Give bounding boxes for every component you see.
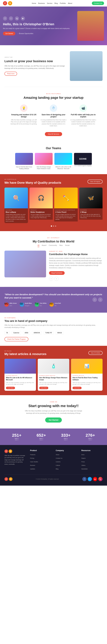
hero-icon-tw[interactable]: t — [9, 16, 13, 20]
footer-link-docs[interactable]: Docs — [82, 454, 84, 456]
team-card-1[interactable]: How to Find the Best Forex Trading Softw… — [15, 153, 33, 170]
blog-header-left: MY BLOG My latest articles & resources — [4, 350, 46, 356]
tab-new[interactable]: New — [59, 244, 62, 247]
hero-image — [77, 11, 104, 41]
team-card-2[interactable]: Here We Brings Orange Flavor Moisture Cr… — [35, 153, 52, 170]
features-cta-button[interactable]: View All Services — [45, 132, 62, 136]
blog-card-1[interactable]: SCIENCE ARTICLE What It's Like to Be An … — [4, 359, 36, 391]
footer-col-about: C B Offer the help of portfolio coverage… — [4, 450, 26, 471]
nav-link-home[interactable]: Home — [32, 2, 36, 4]
hero-icon-fb[interactable]: f — [3, 16, 7, 20]
blog-view-all-button[interactable]: View All Articles — [88, 351, 102, 355]
footer-link-careers[interactable]: Careers — [56, 461, 60, 462]
portfolio-card-3[interactable]: ✏️ BUSINESS DESIGN PORTFOLIO 2 Color Pen… — [54, 188, 78, 223]
hero-social-icons: f t ig ▶ — [3, 16, 74, 20]
portfolio-dot-3[interactable] — [55, 226, 56, 227]
testimonial-avatar-1: MG — [4, 302, 8, 307]
cta-button[interactable]: Get Started — [45, 418, 62, 422]
footer-link-blog[interactable]: Blog — [56, 468, 58, 470]
testimonial-prev-button[interactable]: ‹ — [92, 298, 97, 302]
tab-all[interactable]: All — [38, 244, 40, 247]
footer-link-updates[interactable]: Updates — [30, 468, 35, 470]
testimonial-next-button[interactable]: › — [98, 298, 102, 302]
footer-link-about[interactable]: About — [56, 454, 59, 456]
blog-badge-1: SCIENCE ARTICLE — [6, 375, 34, 376]
portfolio-cta-button[interactable]: Clear All Projects — [88, 180, 102, 184]
footer-link-pricing[interactable]: Pricing — [30, 458, 34, 459]
footer-copyright: © 2019 Christopher. All rights reserved. — [36, 478, 59, 480]
footer-link-contact[interactable]: Contact Us — [56, 458, 62, 459]
nav-link-business[interactable]: Business — [38, 2, 45, 4]
hero-icon-ig[interactable]: ig — [15, 16, 19, 20]
portfolio-image-3: ✏️ — [54, 188, 78, 208]
hero-heading: Hello, this is Christopher O'Brien — [3, 22, 74, 26]
footer-link-features[interactable]: Features — [30, 454, 36, 456]
feature-icon-2: ⏱ — [50, 104, 57, 112]
hero-subtitle: Are you ready for a great career? Choose… — [3, 27, 74, 30]
tab-social[interactable]: Social — [65, 244, 70, 247]
testimonial-avatar-3: TW — [35, 302, 39, 307]
portfolio-card-1[interactable]: 🍭 BUSINESS Blue Lollipop Clearly define … — [4, 188, 28, 223]
partners-label: MY PARTNERS — [4, 317, 102, 318]
nav-link-service[interactable]: Service — [47, 2, 52, 4]
nav-link-about[interactable]: About — [68, 2, 72, 4]
contribution-prev-button[interactable]: ‹ — [49, 277, 53, 281]
nav-link-portfolio[interactable]: Portfolio — [60, 2, 66, 4]
logo-circle-primary: C — [3, 1, 7, 5]
portfolio-title-2: Better Headphone — [30, 211, 52, 213]
portfolio-badge-3: BUSINESS DESIGN PORTFOLIO — [56, 210, 76, 210]
footer-link-papers[interactable]: Papers — [82, 458, 86, 459]
tab-community[interactable]: Community — [49, 244, 57, 247]
team-card-3[interactable]: What It's Like to Be An HR Influencer- M… — [54, 153, 72, 170]
portfolio-title-3: 2 Color Pencil — [56, 211, 76, 213]
stat-label-2: label 1 — [36, 438, 46, 439]
hero-cta-button[interactable]: Get Started — [3, 32, 15, 36]
footer-link-reviews[interactable]: Reviews — [30, 465, 35, 466]
logo-circle-secondary: B — [8, 1, 12, 5]
team-card-4[interactable]: DZONE I'm in hand of good company — [74, 153, 92, 170]
blog-learn-more-1[interactable]: Learn More — [6, 387, 15, 389]
footer-col-company: Company About Contact Us Careers Culture… — [56, 450, 77, 471]
portfolio-dot-2[interactable] — [53, 226, 54, 227]
footer-logo-circle-1: C — [4, 450, 8, 453]
stat-sub-2: label 2 — [36, 439, 46, 440]
hero-icon-yt[interactable]: ▶ — [21, 16, 25, 20]
footer-link-newsletter[interactable]: Newsletter — [82, 468, 88, 470]
nav-logo-group: C B — [3, 1, 12, 5]
blog-heading: My latest articles & resources — [4, 352, 46, 356]
footer-link-press[interactable]: Press — [82, 461, 85, 462]
footer-link-case-studies[interactable]: Case Studies — [30, 461, 38, 462]
hero-secondary-link[interactable]: → Browse Opportunities — [17, 33, 33, 34]
nav-cta-button[interactable]: Contact Us — [92, 2, 104, 5]
tab-award[interactable]: Award — [42, 244, 46, 247]
portfolio-dot-1[interactable] — [51, 226, 52, 227]
portfolio-card-4[interactable]: 🦋 BUSINESS 2 Wings Those who take an eas… — [79, 188, 103, 223]
contribution-read-button[interactable]: Read Full Article — [49, 271, 65, 275]
footer-bottom-circle-2: B — [9, 477, 12, 481]
about-read-more-button[interactable]: Read more — [4, 72, 17, 76]
blog-title-3: How to Find the Best Forex Trading Softw… — [72, 377, 101, 381]
contribution-next-button[interactable]: › — [54, 277, 58, 281]
portfolio-badge-2: PRODUCT — [30, 210, 52, 210]
blog-card-3[interactable]: 📊 SCIENCE ARTICLE How to Find the Best F… — [71, 359, 102, 391]
footer-link-culture[interactable]: Culture — [56, 465, 60, 466]
portfolio-card-2[interactable]: 🎧 PRODUCT Better Headphone Can you imagi… — [30, 188, 53, 223]
footer-social-youtube[interactable]: ▶ — [93, 477, 97, 481]
about-image — [70, 51, 102, 81]
footer-social-facebook[interactable]: f — [82, 477, 86, 481]
portfolio-grid: 🍭 BUSINESS Blue Lollipop Clearly define … — [4, 188, 102, 223]
blog-learn-more-2[interactable]: Learn More — [39, 387, 48, 389]
blog-card-2[interactable]: 🧴 SCIENCE SPACE ARTICLE Here We Brings O… — [38, 359, 69, 391]
stat-item-3: 333+ label 1 label 2 — [61, 433, 70, 440]
testimonial-section: "When to use iterative development? You … — [0, 287, 107, 313]
nav-link-blog[interactable]: Blog — [54, 2, 58, 4]
partners-cta-button[interactable]: Check Our Partner Program — [4, 337, 28, 341]
stat-item-4: 276+ label 1 label 2 — [86, 433, 95, 440]
blog-learn-more-3[interactable]: Learn More — [72, 387, 82, 389]
feature-body-2: It is long established fact that it has … — [40, 119, 67, 127]
footer-social-instagram[interactable]: ig — [98, 477, 102, 481]
footer-social-twitter[interactable]: t — [88, 477, 92, 481]
blog-grid: SCIENCE ARTICLE What It's Like to Be An … — [4, 359, 102, 391]
footer-link-videos[interactable]: Videos — [82, 465, 86, 466]
partner-logo-wags: WAGS — [56, 331, 64, 335]
